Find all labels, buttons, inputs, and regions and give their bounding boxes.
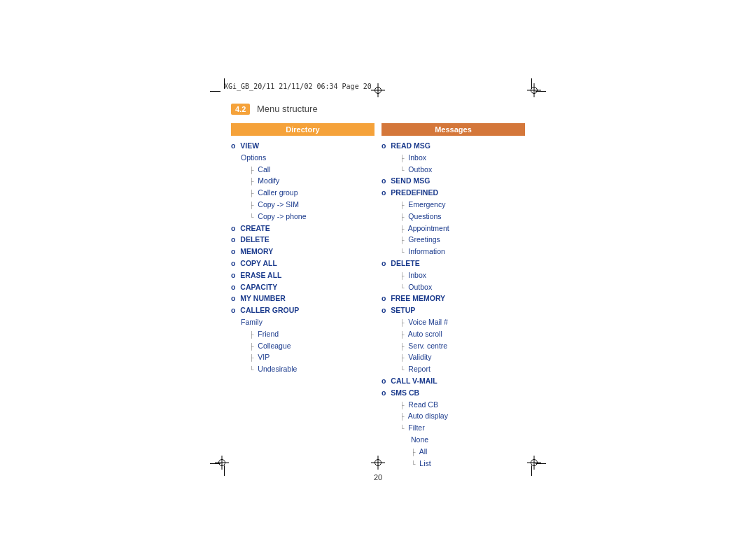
tree-icon: └: [411, 459, 415, 469]
tree-icon: └: [400, 247, 404, 257]
list-item: └ Filter: [382, 422, 525, 434]
tree-icon: ├: [400, 400, 404, 410]
section-heading: 4.2 Menu structure: [231, 104, 525, 115]
tree-icon: ├: [400, 212, 404, 222]
item-label: Inbox: [408, 153, 426, 162]
item-label: Colleague: [258, 342, 290, 350]
item-label: Outbox: [408, 283, 432, 291]
item-label: Copy -> SIM: [258, 200, 299, 209]
list-item: o DELETE: [231, 234, 374, 246]
tree-icon: ├: [400, 200, 404, 210]
item-label: ERASE ALL: [240, 271, 281, 279]
list-item: └ List: [382, 458, 525, 470]
list-item: o MY NUMBER: [231, 293, 374, 304]
tree-icon: ├: [400, 330, 404, 339]
list-item: o DELETE: [382, 258, 525, 269]
item-label: Friend: [258, 330, 279, 338]
item-label: Auto scroll: [408, 330, 442, 338]
list-item: Family: [231, 316, 374, 328]
item-label: Voice Mail #: [408, 318, 448, 326]
tree-icon: ├: [400, 224, 404, 234]
list-item: ├ Caller group: [231, 187, 374, 199]
item-label: Undesirable: [258, 365, 297, 373]
list-item: o VIEW: [231, 140, 374, 152]
list-item: ├ Auto display: [382, 410, 525, 422]
list-item: ├ VIP: [231, 351, 374, 363]
list-item: None: [382, 434, 525, 446]
item-label: Outbox: [408, 165, 432, 174]
item-label: MEMORY: [240, 247, 273, 255]
item-label: Report: [408, 365, 430, 373]
tree-icon: ├: [249, 342, 253, 351]
list-item: ├ Modify: [231, 175, 374, 187]
tree-icon: ├: [400, 318, 404, 328]
tree-icon: ├: [249, 353, 253, 363]
item-label: Family: [241, 318, 262, 326]
messages-column: Messages o READ MSG ├ Inbox └ Outbox o S…: [382, 123, 525, 469]
item-label: Inbox: [408, 271, 426, 279]
tree-icon: ├: [400, 353, 404, 363]
bullet-icon: o: [382, 175, 386, 187]
list-item: ├ Inbox: [382, 152, 525, 164]
item-label: Emergency: [408, 200, 445, 209]
list-item: o READ MSG: [382, 140, 525, 152]
tree-icon: ├: [249, 176, 253, 186]
item-label: SETUP: [391, 306, 415, 314]
bullet-icon: o: [231, 304, 235, 316]
item-label: READ MSG: [391, 141, 430, 150]
list-item: Options: [231, 152, 374, 164]
bullet-icon: o: [231, 293, 235, 304]
item-label: Validity: [408, 353, 431, 361]
list-item: ├ Questions: [382, 211, 525, 223]
tree-icon: ├: [249, 200, 253, 210]
bullet-icon: o: [231, 246, 235, 258]
tree-icon: └: [249, 365, 253, 374]
list-item: ├ Auto scroll: [382, 328, 525, 340]
bullet-icon: o: [231, 269, 235, 281]
tree-icon: ├: [400, 412, 404, 421]
menu-columns: Directory o VIEW Options ├ Call ├ Modify: [231, 123, 525, 469]
item-label: Appointment: [408, 224, 449, 232]
list-item: ├ Serv. centre: [382, 340, 525, 352]
item-label: DELETE: [240, 235, 269, 244]
list-item: └ Information: [382, 246, 525, 258]
bullet-icon: o: [382, 140, 386, 152]
directory-list: o VIEW Options ├ Call ├ Modify ├ Caller …: [231, 140, 374, 375]
list-item: ├ Read CB: [382, 399, 525, 411]
list-item: o SEND MSG: [382, 175, 525, 187]
list-item: └ Undesirable: [231, 363, 374, 375]
bullet-icon: o: [382, 387, 386, 399]
list-item: ├ Friend: [231, 328, 374, 340]
bullet-icon: o: [382, 293, 386, 304]
item-label: VIP: [258, 353, 270, 361]
item-label: CALL V-MAIL: [391, 377, 437, 385]
tree-icon: ├: [400, 271, 404, 281]
tree-icon: ├: [249, 165, 253, 175]
content-area: 4.2 Menu structure Directory o VIEW Opti…: [231, 98, 525, 469]
item-label: List: [419, 459, 430, 468]
item-label: Auto display: [408, 412, 448, 420]
list-item: └ Report: [382, 363, 525, 375]
list-item: ├ Call: [231, 164, 374, 176]
tree-icon: ├: [411, 447, 415, 457]
bullet-icon: o: [231, 234, 235, 246]
section-title-text: Menu structure: [257, 104, 318, 114]
item-label: Read CB: [408, 400, 438, 409]
directory-column: Directory o VIEW Options ├ Call ├ Modify: [231, 123, 374, 469]
bullet-icon: o: [231, 281, 235, 293]
bullet-icon: o: [382, 375, 386, 387]
messages-header: Messages: [382, 123, 525, 136]
item-label: CALLER GROUP: [240, 306, 299, 314]
item-label: VIEW: [240, 141, 259, 150]
list-item: o COPY ALL: [231, 258, 374, 269]
tree-icon: └: [400, 365, 404, 374]
list-item: ├ Greetings: [382, 234, 525, 246]
tree-icon: └: [400, 165, 404, 175]
list-item: o CAPACITY: [231, 281, 374, 293]
tree-icon: ├: [249, 330, 253, 339]
directory-header: Directory: [231, 123, 374, 136]
item-label: Options: [241, 153, 266, 162]
item-label: All: [419, 447, 428, 456]
list-item: ├ All: [382, 446, 525, 458]
bullet-icon: o: [382, 258, 386, 269]
